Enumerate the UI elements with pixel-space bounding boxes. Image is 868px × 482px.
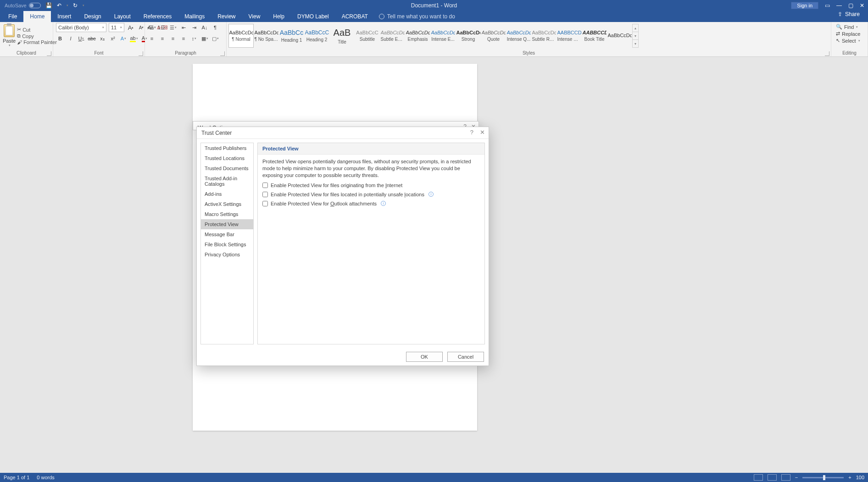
- subscript-button[interactable]: x₂: [98, 34, 106, 43]
- line-spacing-button[interactable]: ↕▾: [190, 34, 198, 43]
- bullets-button[interactable]: ▪☰▾: [148, 23, 156, 32]
- style-item[interactable]: AaBbCcDcIntense E...: [430, 24, 456, 48]
- qat-customize-icon[interactable]: ▾: [83, 4, 84, 7]
- styles-launcher-icon[interactable]: [825, 51, 829, 56]
- tab-mailings[interactable]: Mailings: [178, 11, 211, 22]
- redo-icon[interactable]: ↻: [73, 2, 78, 9]
- ok-button[interactable]: OK: [406, 352, 443, 362]
- up-icon[interactable]: ▴: [633, 24, 638, 32]
- undo-dropdown-icon[interactable]: ▾: [67, 4, 68, 7]
- highlight-button[interactable]: ab▾: [130, 34, 138, 43]
- web-layout-button[interactable]: [781, 474, 790, 481]
- select-button[interactable]: ↖Select▾: [836, 38, 860, 44]
- expand-icon[interactable]: ▾: [633, 40, 638, 47]
- tab-dymo[interactable]: DYMO Label: [291, 11, 335, 22]
- undo-icon[interactable]: ↶: [57, 2, 61, 9]
- close-icon[interactable]: ✕: [860, 2, 864, 9]
- style-item[interactable]: AaBbCcDcSubtle Ref...: [531, 24, 556, 48]
- style-item[interactable]: AaBbCcDcIntense Q...: [506, 24, 531, 48]
- style-item[interactable]: AaBbCcDcEmphasis: [405, 24, 430, 48]
- clipboard-launcher-icon[interactable]: [47, 51, 51, 56]
- grow-font-button[interactable]: A▴: [127, 23, 135, 32]
- borders-button[interactable]: ▢▾: [211, 34, 219, 43]
- text-effects-button[interactable]: A▾: [119, 34, 128, 43]
- style-item[interactable]: AaBbCcDcStrong: [456, 24, 481, 48]
- zoom-level[interactable]: 100: [856, 475, 864, 480]
- superscript-button[interactable]: x²: [109, 34, 117, 43]
- multilevel-button[interactable]: ☰▾: [169, 23, 177, 32]
- paste-button[interactable]: Paste ▾: [3, 24, 16, 47]
- close-icon[interactable]: ✕: [480, 129, 485, 136]
- font-launcher-icon[interactable]: [139, 51, 143, 56]
- info-icon[interactable]: i: [428, 192, 434, 197]
- style-item[interactable]: AaBbCcCSubtitle: [355, 24, 380, 48]
- tab-help[interactable]: Help: [267, 11, 291, 22]
- style-item[interactable]: AaBTitle: [329, 24, 355, 48]
- autosave-toggle[interactable]: AutoSave: [5, 3, 41, 8]
- align-right-button[interactable]: ≡: [169, 34, 177, 43]
- style-item[interactable]: AABBCCDCBook Title: [582, 24, 607, 48]
- font-name-select[interactable]: Calibri (Body)▾: [56, 23, 106, 32]
- find-button[interactable]: 🔍Find▾: [836, 24, 858, 30]
- shrink-font-button[interactable]: A▾: [137, 23, 145, 32]
- style-item[interactable]: AABBCCDCIntense Re...: [556, 24, 582, 48]
- tab-home[interactable]: Home: [23, 11, 51, 22]
- format-painter-button[interactable]: 🖌Format Painter: [17, 39, 57, 45]
- down-icon[interactable]: ▾: [633, 32, 638, 40]
- nav-activex-settings[interactable]: ActiveX Settings: [201, 199, 253, 209]
- align-left-button[interactable]: ≡: [148, 34, 156, 43]
- paragraph-launcher-icon[interactable]: [220, 51, 225, 56]
- increase-indent-button[interactable]: ⇥: [190, 23, 198, 32]
- zoom-slider[interactable]: [802, 477, 844, 478]
- shading-button[interactable]: ▦▾: [200, 34, 209, 43]
- share-button[interactable]: ⇪ Share: [838, 11, 860, 17]
- bold-button[interactable]: B: [56, 34, 64, 43]
- font-size-select[interactable]: 11▾: [109, 23, 124, 32]
- tab-design[interactable]: Design: [78, 11, 107, 22]
- style-item[interactable]: AaBbCcHeading 1: [279, 24, 304, 48]
- nav-macro-settings[interactable]: Macro Settings: [201, 209, 253, 219]
- nav-addins[interactable]: Add-ins: [201, 189, 253, 199]
- info-icon[interactable]: i: [381, 201, 386, 206]
- underline-button[interactable]: U▾: [77, 34, 85, 43]
- nav-trusted-addin-catalogs[interactable]: Trusted Add-in Catalogs: [201, 173, 253, 189]
- sign-in-button[interactable]: Sign in: [791, 2, 818, 9]
- cancel-button[interactable]: Cancel: [447, 352, 484, 362]
- align-center-button[interactable]: ≡: [158, 34, 167, 43]
- tell-me-search[interactable]: Tell me what you want to do: [379, 11, 455, 22]
- cut-button[interactable]: ✂Cut: [17, 27, 57, 33]
- italic-button[interactable]: I: [67, 34, 75, 43]
- style-item[interactable]: AaBbCcDc¶ No Spac...: [254, 24, 279, 48]
- nav-privacy-options[interactable]: Privacy Options: [201, 249, 253, 260]
- strikethrough-button[interactable]: abc: [88, 34, 96, 43]
- checkbox-input[interactable]: [262, 183, 268, 188]
- word-count[interactable]: 0 words: [37, 475, 55, 480]
- nav-message-bar[interactable]: Message Bar: [201, 229, 253, 239]
- tab-file[interactable]: File: [2, 11, 23, 22]
- zoom-in-button[interactable]: +: [848, 475, 851, 480]
- checkbox-pv-unsafe-locations[interactable]: Enable Protected View for files located …: [262, 192, 480, 197]
- read-mode-button[interactable]: [754, 474, 763, 481]
- replace-button[interactable]: ⇄Replace: [836, 31, 860, 37]
- checkbox-input[interactable]: [262, 192, 268, 197]
- style-item[interactable]: AaBbCcDcSubtle Em...: [380, 24, 405, 48]
- page-indicator[interactable]: Page 1 of 1: [4, 475, 29, 480]
- zoom-out-button[interactable]: −: [795, 475, 798, 480]
- style-item[interactable]: AaBbCcDc: [607, 24, 632, 48]
- style-item[interactable]: AaBbCcDc¶ Normal: [228, 24, 254, 48]
- show-marks-button[interactable]: ¶: [211, 23, 219, 32]
- save-icon[interactable]: 💾: [45, 2, 52, 9]
- copy-button[interactable]: ⧉Copy: [17, 33, 57, 39]
- decrease-indent-button[interactable]: ⇤: [179, 23, 188, 32]
- nav-protected-view[interactable]: Protected View: [201, 219, 253, 229]
- style-item[interactable]: AaBbCcDcQuote: [481, 24, 506, 48]
- paste-dropdown-icon[interactable]: ▾: [9, 44, 11, 47]
- tab-view[interactable]: View: [242, 11, 267, 22]
- numbering-button[interactable]: 1☰▾: [158, 23, 167, 32]
- styles-gallery-more[interactable]: ▴▾▾: [632, 24, 639, 48]
- nav-trusted-documents[interactable]: Trusted Documents: [201, 163, 253, 173]
- tab-insert[interactable]: Insert: [51, 11, 78, 22]
- tab-layout[interactable]: Layout: [108, 11, 137, 22]
- help-icon[interactable]: ?: [470, 129, 473, 136]
- print-layout-button[interactable]: [768, 474, 777, 481]
